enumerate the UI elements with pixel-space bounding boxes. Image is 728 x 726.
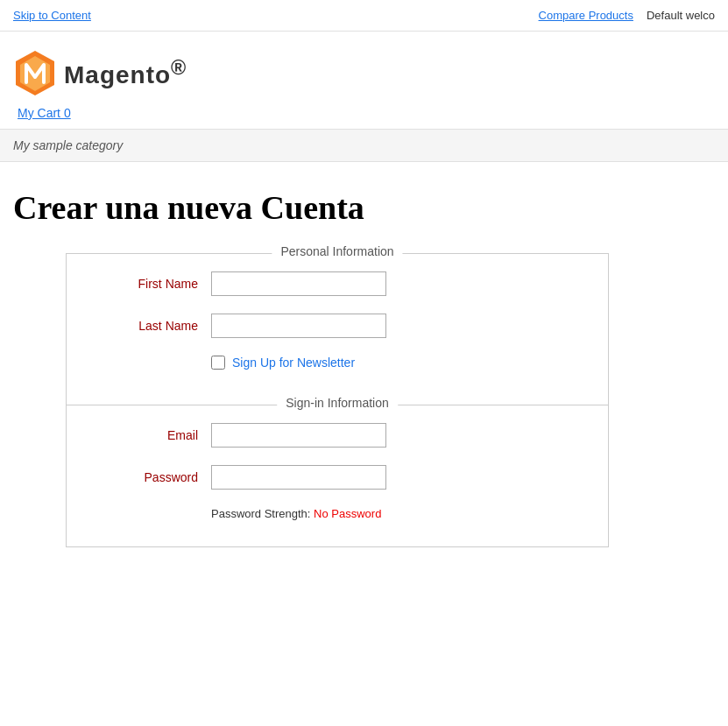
newsletter-checkbox[interactable] — [211, 356, 225, 370]
compare-products-link[interactable]: Compare Products — [539, 9, 633, 22]
welcome-text: Default welco — [647, 9, 715, 22]
logo-text: Magento® — [64, 56, 187, 89]
first-name-label: First Name — [93, 277, 198, 291]
category-label: My sample category — [13, 138, 123, 152]
last-name-input[interactable] — [211, 314, 386, 338]
password-row: Password — [93, 465, 582, 490]
magento-logo-icon — [13, 49, 57, 97]
password-strength-label: Password Strength: — [211, 507, 310, 520]
personal-info-section: Personal Information First Name Last Nam… — [66, 253, 609, 405]
signin-info-legend: Sign-in Information — [277, 396, 398, 410]
last-name-label: Last Name — [93, 319, 198, 333]
email-row: Email — [93, 423, 582, 448]
top-bar-left: Skip to Content — [13, 9, 91, 22]
password-strength-value: No Password — [314, 507, 381, 520]
newsletter-row: Sign Up for Newsletter — [211, 356, 582, 370]
my-cart-link[interactable]: My Cart 0 — [18, 106, 71, 120]
password-label: Password — [93, 470, 198, 484]
nav-bar: My sample category — [0, 129, 728, 162]
page-title: Crear una nueva Cuenta — [13, 188, 715, 227]
password-strength-container: Password Strength: No Password — [211, 507, 582, 520]
top-bar-right: Compare Products Default welco — [539, 9, 715, 22]
main-content: Crear una nueva Cuenta Personal Informat… — [0, 162, 728, 574]
first-name-input[interactable] — [211, 271, 386, 296]
personal-info-legend: Personal Information — [272, 244, 402, 258]
logo-container: Magento® — [13, 49, 187, 97]
first-name-row: First Name — [93, 271, 582, 296]
newsletter-label[interactable]: Sign Up for Newsletter — [232, 356, 355, 370]
password-input[interactable] — [211, 465, 386, 490]
email-label: Email — [93, 428, 198, 442]
last-name-row: Last Name — [93, 314, 582, 338]
skip-to-content-link[interactable]: Skip to Content — [13, 9, 91, 22]
top-bar: Skip to Content Compare Products Default… — [0, 0, 728, 32]
signin-info-section: Sign-in Information Email Password Passw… — [66, 405, 609, 547]
site-header: Magento® My Cart 0 — [0, 32, 728, 129]
email-input[interactable] — [211, 423, 386, 448]
